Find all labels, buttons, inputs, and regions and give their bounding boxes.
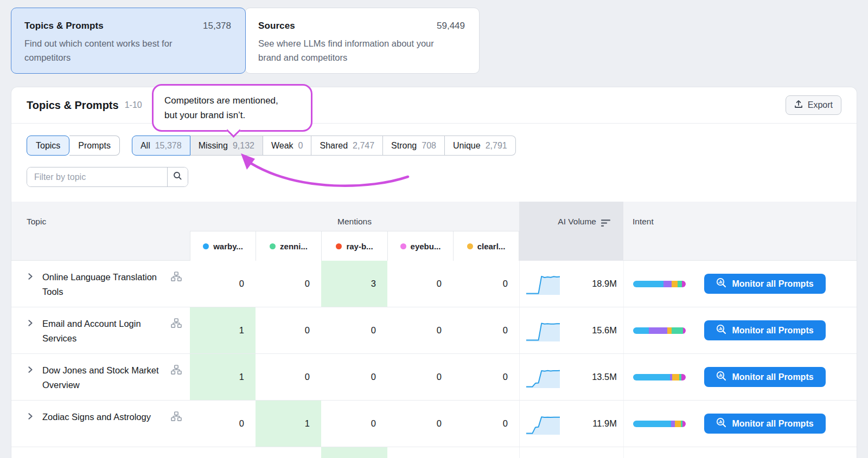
monitor-label: Monitor all Prompts	[732, 279, 813, 289]
table-row: Zodiac Signs and Astrology 0 1 0 0 0 11.…	[11, 401, 857, 447]
chip-weak[interactable]: Weak 0	[263, 136, 312, 156]
mention-cell: 0	[256, 261, 321, 307]
table-header: Topic Mentions AI Volume Intent warby...	[11, 202, 857, 261]
filter-controls: Topics Prompts All 15,378 Missing 9,132 …	[27, 136, 841, 156]
chip-strong[interactable]: Strong 708	[383, 136, 445, 156]
tab-topics-prompts[interactable]: Topics & Prompts 15,378 Find out which c…	[11, 8, 246, 74]
mention-cell: 0	[321, 354, 387, 400]
mention-cell: 0	[453, 307, 519, 353]
chip-count: 708	[422, 141, 436, 151]
brand-dot	[400, 243, 406, 249]
brand-header: eyebu...	[387, 231, 453, 261]
brand-dot	[336, 243, 342, 249]
intent-cell: Monitor all Prompts	[623, 261, 857, 307]
toggle-prompts[interactable]: Prompts	[69, 136, 120, 156]
topic-name[interactable]: Zodiac Signs and Astrology	[42, 410, 151, 447]
column-header-ai-volume[interactable]: AI Volume	[519, 202, 623, 261]
trend-sparkline	[525, 365, 561, 390]
trend-sparkline	[525, 318, 561, 343]
brand-dot	[270, 243, 276, 249]
card-count: 59,449	[437, 21, 465, 31]
topic-filter	[27, 167, 188, 187]
monitor-label: Monitor all Prompts	[732, 419, 813, 429]
mention-cell: 0	[387, 354, 453, 400]
annotation-line2: but your brand isn’t.	[164, 108, 300, 122]
hierarchy-icon[interactable]	[171, 365, 182, 377]
toggle-topics[interactable]: Topics	[27, 136, 69, 156]
upload-icon	[794, 100, 803, 111]
hierarchy-icon[interactable]	[171, 318, 182, 331]
hierarchy-icon[interactable]	[171, 411, 182, 424]
mention-cell: 0	[190, 261, 256, 307]
hierarchy-icon[interactable]	[171, 272, 182, 284]
monitor-all-prompts-button[interactable]: Monitor all Prompts	[704, 320, 826, 340]
topic-name[interactable]: Email and Account Login Services	[42, 317, 165, 353]
trend-sparkline	[525, 272, 561, 296]
chip-unique[interactable]: Unique 2,791	[445, 136, 516, 156]
mention-cell: 0	[190, 401, 256, 447]
intent-bar	[633, 374, 686, 380]
annotation-line1: Competitors are mentioned,	[164, 93, 300, 108]
ai-volume-value: 11.9M	[592, 418, 617, 429]
search-input[interactable]	[27, 167, 167, 186]
topic-name[interactable]: Online Language Translation Tools	[42, 270, 165, 307]
chevron-right-icon[interactable]	[27, 412, 34, 447]
ai-volume-cell: 13.5M	[519, 354, 623, 400]
mention-cell: 0	[387, 261, 453, 307]
chip-count: 15,378	[155, 141, 182, 151]
sort-descending-icon	[601, 219, 610, 261]
monitor-all-prompts-button[interactable]: Monitor all Prompts	[704, 274, 826, 294]
ai-volume-cell: 18.9M	[519, 261, 623, 307]
topic-cell: Online Language Translation Tools	[11, 261, 190, 307]
table-row-partial	[11, 447, 857, 458]
mention-cell: 0	[321, 401, 387, 447]
topics-prompts-panel: Topics & Prompts 1-10 Export Topics Prom…	[11, 87, 857, 458]
chip-shared[interactable]: Shared 2,747	[311, 136, 383, 156]
intent-bar	[633, 421, 686, 427]
mention-cell: 0	[256, 307, 321, 353]
mention-cell	[256, 447, 321, 458]
mention-cell	[321, 447, 387, 458]
mention-cell: 0	[453, 401, 519, 447]
mention-cell: 1	[190, 354, 256, 400]
card-count: 15,378	[203, 21, 231, 31]
view-switch-cards: Topics & Prompts 15,378 Find out which c…	[11, 8, 480, 74]
chip-missing[interactable]: Missing 9,132	[190, 136, 263, 156]
ai-volume-cell: 11.9M	[519, 401, 623, 447]
table-row: Dow Jones and Stock Market Overview 1 0 …	[11, 354, 857, 401]
chevron-right-icon[interactable]	[27, 273, 34, 307]
monitor-label: Monitor all Prompts	[732, 372, 813, 382]
chip-count: 0	[298, 141, 303, 151]
monitor-all-prompts-button[interactable]: Monitor all Prompts	[704, 414, 826, 434]
chevron-right-icon[interactable]	[27, 366, 34, 400]
mention-cell: 1	[256, 401, 321, 447]
magnifier-chart-icon	[716, 371, 726, 383]
topic-name[interactable]: Dow Jones and Stock Market Overview	[42, 363, 165, 400]
card-description: Find out which content works best for co…	[24, 36, 212, 64]
export-label: Export	[808, 100, 833, 110]
tab-sources[interactable]: Sources 59,449 See where LLMs find infor…	[245, 8, 480, 74]
pagination-range: 1-10	[125, 100, 142, 110]
intent-cell	[623, 447, 857, 458]
brand-header: clearl...	[453, 231, 519, 261]
monitor-label: Monitor all Prompts	[732, 326, 813, 336]
intent-bar	[633, 327, 686, 334]
chevron-right-icon[interactable]	[27, 319, 34, 353]
chip-all[interactable]: All 15,378	[132, 136, 190, 156]
brand-header: zenni...	[256, 231, 321, 261]
card-description: See where LLMs find information about yo…	[258, 36, 445, 64]
monitor-all-prompts-button[interactable]: Monitor all Prompts	[704, 367, 826, 387]
chip-label: Strong	[391, 141, 417, 151]
mention-cell	[387, 447, 453, 458]
brand-dot	[203, 243, 209, 249]
search-button[interactable]	[167, 167, 188, 186]
intent-cell: Monitor all Prompts	[623, 354, 857, 400]
mention-cell: 0	[453, 261, 519, 307]
topic-cell	[11, 447, 190, 458]
chip-label: Unique	[453, 141, 481, 151]
chip-count: 2,791	[486, 141, 507, 151]
magnifier-icon	[173, 171, 182, 183]
brand-subheader: warby... zenni... ray-b... eyebu... clea…	[190, 231, 519, 261]
export-button[interactable]: Export	[786, 95, 841, 115]
mention-cell: 0	[387, 307, 453, 353]
